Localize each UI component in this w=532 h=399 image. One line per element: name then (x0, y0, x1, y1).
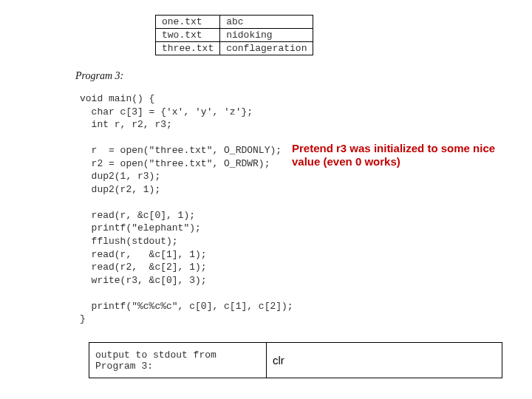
file-name-cell: one.txt (156, 16, 220, 29)
file-content-cell: conflageration (220, 42, 313, 55)
file-content-cell: abc (220, 16, 313, 29)
output-table: output to stdout from Program 3: clr (89, 342, 502, 378)
annotation-text: Pretend r3 was initialized to some nice … (292, 142, 514, 168)
output-label: output to stdout from Program 3: (89, 343, 267, 378)
output-answer: clr (267, 343, 502, 378)
table-row: one.txt abc (156, 16, 313, 29)
table-row: three.txt conflageration (156, 42, 313, 55)
file-name-cell: two.txt (156, 29, 220, 42)
program-label: Program 3: (75, 70, 123, 82)
code-block: void main() { char c[3] = {'x', 'y', 'z'… (80, 92, 293, 326)
table-row: two.txt nidoking (156, 29, 313, 42)
file-name-cell: three.txt (156, 42, 220, 55)
table-row: output to stdout from Program 3: clr (89, 343, 502, 378)
file-contents-table: one.txt abc two.txt nidoking three.txt c… (155, 15, 313, 55)
file-content-cell: nidoking (220, 29, 313, 42)
